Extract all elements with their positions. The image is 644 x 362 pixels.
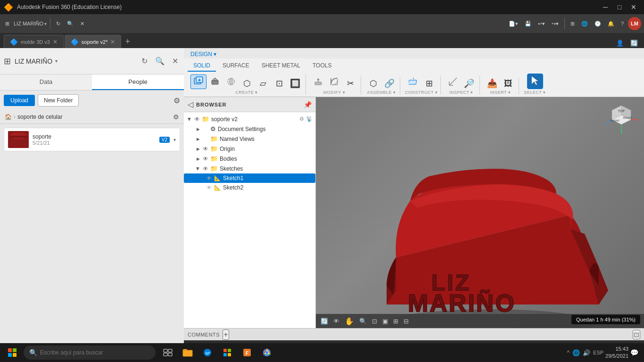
network-icon[interactable]: 🌐 <box>572 349 580 356</box>
upload-button[interactable]: Upload <box>4 95 35 106</box>
close-left-panel-button[interactable]: ✕ <box>170 55 180 67</box>
measure-button[interactable] <box>446 75 461 89</box>
ribbon-tab-solid[interactable]: SOLID <box>188 60 216 72</box>
help-button[interactable]: ? <box>619 19 626 28</box>
breadcrumb-folder[interactable]: soporte de celular <box>17 114 62 120</box>
rib-button[interactable]: ⊡ <box>272 78 287 89</box>
refresh-button[interactable]: ↻ <box>54 19 63 28</box>
pan-button[interactable]: ✋ <box>343 316 356 327</box>
ribbon-tab-tools[interactable]: TOOLS <box>307 60 337 72</box>
browser-collapse-icon[interactable]: ◁ <box>188 100 193 109</box>
sketches-arrow[interactable]: ▶ <box>196 166 200 172</box>
grid-menu-button[interactable]: ⊞ <box>3 19 12 28</box>
maximize-button[interactable]: □ <box>613 0 626 14</box>
sweep-button[interactable]: ⬡ <box>239 78 255 89</box>
new-folder-button[interactable]: New Folder <box>38 94 79 107</box>
add-comment-button[interactable]: + <box>223 329 229 340</box>
orbit-button[interactable]: 🔄 <box>319 317 330 326</box>
breadcrumb-settings-icon[interactable]: ⚙ <box>173 113 179 121</box>
ribbon-tab-surface[interactable]: SURFACE <box>217 60 255 72</box>
minimize-button[interactable]: ─ <box>599 0 612 14</box>
sketch1-vis-icon[interactable]: 👁 <box>206 175 212 181</box>
close-button[interactable]: ✕ <box>627 0 640 14</box>
views-arrow[interactable]: ▶ <box>195 137 201 141</box>
tree-item-sketch1[interactable]: 👁 📐 Sketch1 <box>184 173 315 183</box>
zoom-button[interactable]: 🔍 <box>357 317 369 326</box>
press-pull-button[interactable] <box>311 75 326 89</box>
extrude-button[interactable] <box>207 75 223 89</box>
data-tab[interactable]: Data <box>0 74 92 90</box>
root-arrow[interactable]: ▶ <box>187 116 192 122</box>
undo-button[interactable]: ↩▾ <box>536 19 547 28</box>
save-button[interactable]: 💾 <box>522 19 534 28</box>
tree-item-sketches[interactable]: ▶ 👁 📁 Sketches <box>184 164 315 173</box>
time-display[interactable]: 15:43 29/5/2021 <box>605 346 628 360</box>
root-broadcast-icon[interactable]: 📡 <box>306 116 313 122</box>
ribbon-tab-sheet-metal[interactable]: SHEET METAL <box>256 60 306 72</box>
settings-button[interactable]: ⚙ <box>173 96 180 105</box>
apps-button[interactable]: ⊞ <box>568 19 577 28</box>
tree-root[interactable]: ▶ 👁 📁 soporte v2 ⚙ 📡 <box>184 114 315 124</box>
tab-close-molde[interactable]: ✕ <box>53 39 58 45</box>
start-button[interactable] <box>2 343 23 362</box>
visual-style-button[interactable]: ⊟ <box>402 317 411 326</box>
tree-item-doc-settings[interactable]: ▶ 👁 ⚙ Document Settings <box>184 124 315 134</box>
inspect-btn[interactable]: 🔎 <box>462 78 477 89</box>
time-button[interactable]: 🕐 <box>592 19 603 28</box>
comments-toggle-button[interactable]: ⊡ <box>633 330 640 339</box>
refresh-left-button[interactable]: ↻ <box>140 55 149 67</box>
people-tab[interactable]: People <box>92 74 184 90</box>
volume-icon[interactable]: 🔊 <box>583 349 590 356</box>
design-selector-button[interactable]: DESIGN ▾ <box>188 50 219 58</box>
sketches-eye-icon[interactable]: 👁 <box>203 165 208 172</box>
origin-arrow[interactable]: ▶ <box>195 147 201 151</box>
edge-browser-icon[interactable] <box>198 343 217 362</box>
origin-eye-icon[interactable]: 👁 <box>203 146 208 152</box>
sketch2-vis-icon[interactable]: 👁 <box>206 185 212 190</box>
browser-pin-icon[interactable]: 📌 <box>304 101 312 108</box>
loft-button[interactable]: ▱ <box>256 78 271 89</box>
list-item[interactable]: soporte 5/21/21 V2 ▾ <box>4 128 180 151</box>
display-options-button[interactable]: ⊞ <box>391 317 400 326</box>
fillet-button[interactable] <box>327 75 342 89</box>
canvas-button[interactable]: 🖼 <box>501 78 516 89</box>
search-left-button[interactable]: 🔍 <box>153 55 166 67</box>
globe-button[interactable]: 🌐 <box>579 19 590 28</box>
view-options-button[interactable]: ▣ <box>380 317 390 326</box>
doc-arrow[interactable]: ▶ <box>195 127 201 132</box>
tree-item-named-views[interactable]: ▶ 👁 📁 Named Views <box>184 134 315 144</box>
thread-button[interactable]: 🔲 <box>288 78 303 89</box>
taskbar-search-bar[interactable]: 🔍 <box>24 346 156 360</box>
fit-button[interactable]: ⊡ <box>370 317 379 326</box>
notification-center-icon[interactable]: 💬 <box>630 349 638 356</box>
new-component-button[interactable]: ⬡ <box>366 78 381 89</box>
bodies-arrow[interactable]: ▶ <box>195 156 201 161</box>
version-arrow[interactable]: ▾ <box>173 137 176 142</box>
look-at-button[interactable]: 👁 <box>331 317 341 326</box>
tray-arrow[interactable]: ^ <box>567 349 570 356</box>
insert-button[interactable]: 📥 <box>485 78 500 89</box>
tree-item-sketch2[interactable]: 👁 📐 Sketch2 <box>184 183 315 192</box>
task-view-button[interactable] <box>158 343 177 362</box>
axis-button[interactable]: ⊞ <box>422 78 437 89</box>
root-eye-icon[interactable]: 👁 <box>194 116 200 123</box>
chrome-taskbar-icon[interactable] <box>257 343 276 362</box>
select-button[interactable] <box>527 74 543 89</box>
user-avatar[interactable]: LM <box>628 17 641 30</box>
new-tab-button[interactable]: + <box>122 35 133 48</box>
chamfer-button[interactable]: ✂ <box>343 78 358 89</box>
search-button[interactable]: 🔍 <box>65 19 76 28</box>
home-icon[interactable]: 🏠 <box>5 114 12 120</box>
taskbar-search-input[interactable] <box>40 349 150 356</box>
notification-button[interactable]: 🔔 <box>605 19 617 28</box>
tree-item-bodies[interactable]: ▶ 👁 📁 Bodies <box>184 154 315 164</box>
viewcube[interactable]: TOP FRONT RIGHT <box>603 101 640 139</box>
close-left-button[interactable]: ✕ <box>78 19 87 28</box>
bodies-eye-icon[interactable]: 👁 <box>203 156 208 162</box>
store-icon[interactable] <box>218 343 237 362</box>
file-menu-button[interactable]: 📄▾ <box>506 19 520 28</box>
root-settings-icon[interactable]: ⚙ <box>299 116 304 122</box>
file-explorer-icon[interactable] <box>178 343 197 362</box>
sync-button[interactable]: 🔄 <box>628 38 640 48</box>
redo-button[interactable]: ↪▾ <box>549 19 561 28</box>
